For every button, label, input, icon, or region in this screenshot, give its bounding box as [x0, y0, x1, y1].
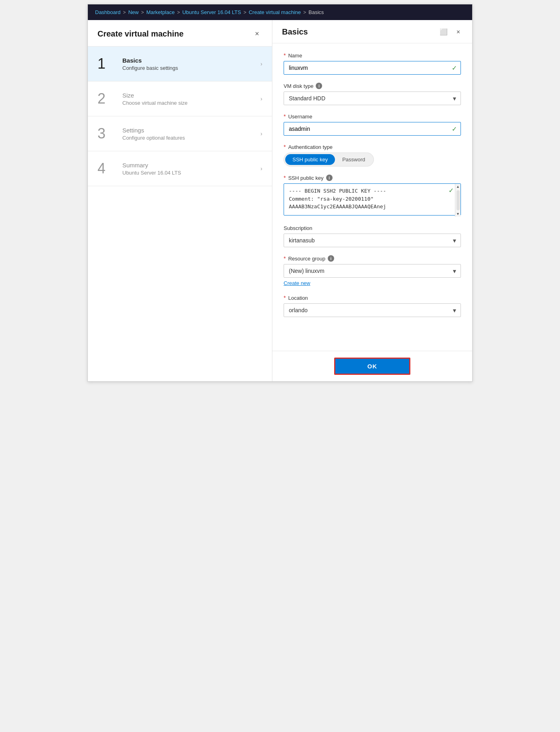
- step-content-2: Size Choose virtual machine size: [118, 92, 260, 106]
- username-required-star: *: [284, 113, 286, 120]
- step-item-size[interactable]: 2 Size Choose virtual machine size ›: [88, 81, 272, 116]
- breadcrumb-new[interactable]: New: [128, 9, 139, 15]
- username-label: * Username: [284, 113, 461, 120]
- maximize-button[interactable]: ⬜: [437, 26, 450, 37]
- ssh-key-info-icon: i: [326, 175, 333, 181]
- resource-group-form-group: * Resource group i (New) linuxvm ▾ Creat…: [284, 255, 461, 287]
- step-chevron-2: ›: [260, 96, 262, 102]
- subscription-select[interactable]: kirtanasub: [284, 234, 461, 247]
- step-desc-1: Configure basic settings: [122, 65, 260, 71]
- steps-list: 1 Basics Configure basic settings › 2 Si…: [88, 47, 272, 381]
- right-panel-close-button[interactable]: ×: [454, 27, 463, 37]
- vm-disk-type-select-wrapper: Standard HDD Premium SSD Standard SSD ▾: [284, 92, 461, 105]
- vm-disk-type-select[interactable]: Standard HDD Premium SSD Standard SSD: [284, 92, 461, 105]
- name-input[interactable]: [284, 61, 461, 75]
- location-label: * Location: [284, 295, 461, 301]
- step-item-settings[interactable]: 3 Settings Configure optional features ›: [88, 116, 272, 151]
- create-new-link[interactable]: Create new: [284, 280, 310, 286]
- left-panel-header: Create virtual machine ×: [88, 20, 272, 47]
- step-number-1: 1: [97, 55, 118, 72]
- ok-button[interactable]: OK: [334, 358, 411, 375]
- location-select-wrapper: orlando ▾: [284, 303, 461, 317]
- breadcrumb-marketplace[interactable]: Marketplace: [146, 9, 175, 15]
- breadcrumb-sep-3: >: [177, 10, 180, 15]
- step-content-4: Summary Ubuntu Server 16.04 LTS: [118, 162, 260, 176]
- breadcrumb: Dashboard > New > Marketplace > Ubuntu S…: [88, 4, 472, 20]
- subscription-form-group: Subscription kirtanasub ▾: [284, 225, 461, 247]
- right-panel: Basics ⬜ × * Name ✓: [272, 20, 472, 381]
- vm-disk-type-form-group: VM disk type i Standard HDD Premium SSD …: [284, 83, 461, 105]
- breadcrumb-sep-2: >: [141, 10, 144, 15]
- username-label-text: Username: [288, 114, 312, 120]
- location-form-group: * Location orlando ▾: [284, 295, 461, 317]
- step-number-2: 2: [97, 90, 118, 107]
- breadcrumb-sep-1: >: [123, 10, 126, 15]
- resource-group-select[interactable]: (New) linuxvm: [284, 264, 461, 278]
- ssh-scroll-track: [457, 190, 460, 210]
- step-title-2: Size: [122, 92, 260, 99]
- username-form-group: * Username ✓: [284, 113, 461, 136]
- breadcrumb-ubuntu[interactable]: Ubuntu Server 16.04 LTS: [182, 9, 241, 15]
- subscription-label-text: Subscription: [284, 225, 312, 231]
- auth-type-toggle: SSH public key Password: [284, 152, 374, 167]
- username-input[interactable]: [284, 122, 461, 136]
- location-label-text: Location: [288, 295, 308, 301]
- step-chevron-1: ›: [260, 61, 262, 67]
- location-select[interactable]: orlando: [284, 303, 461, 317]
- resource-group-select-wrapper: (New) linuxvm ▾: [284, 264, 461, 278]
- auth-type-label-text: Authentication type: [288, 144, 333, 150]
- step-desc-2: Choose virtual machine size: [122, 100, 260, 106]
- resource-group-label-text: Resource group: [288, 256, 325, 262]
- step-item-summary[interactable]: 4 Summary Ubuntu Server 16.04 LTS ›: [88, 151, 272, 186]
- subscription-select-wrapper: kirtanasub ▾: [284, 234, 461, 247]
- username-input-wrapper: ✓: [284, 122, 461, 136]
- name-form-group: * Name ✓: [284, 52, 461, 75]
- step-desc-4: Ubuntu Server 16.04 LTS: [122, 170, 260, 176]
- subscription-label: Subscription: [284, 225, 461, 231]
- step-number-4: 4: [97, 160, 118, 177]
- step-title-3: Settings: [122, 127, 260, 134]
- vm-disk-type-label-text: VM disk type: [284, 83, 313, 89]
- breadcrumb-sep-4: >: [243, 10, 246, 15]
- resource-group-required-star: *: [284, 255, 286, 262]
- right-panel-header: Basics ⬜ ×: [272, 20, 472, 43]
- ssh-scrollbar: ▲ ▼: [455, 184, 461, 217]
- ssh-key-label: * SSH public key i: [284, 175, 461, 181]
- resource-group-label: * Resource group i: [284, 255, 461, 262]
- left-panel-close-button[interactable]: ×: [252, 28, 262, 40]
- name-label-text: Name: [288, 53, 302, 59]
- breadcrumb-basics: Basics: [308, 9, 324, 15]
- breadcrumb-create-vm[interactable]: Create virtual machine: [249, 9, 301, 15]
- step-chevron-4: ›: [260, 165, 262, 172]
- auth-option-password[interactable]: Password: [335, 154, 372, 165]
- right-panel-title: Basics: [282, 27, 308, 37]
- step-chevron-3: ›: [260, 130, 262, 137]
- step-desc-3: Configure optional features: [122, 135, 260, 141]
- resource-group-info-icon: i: [328, 255, 334, 262]
- step-title-1: Basics: [122, 57, 260, 64]
- ssh-key-input-wrapper: ---- BEGIN SSH2 PUBLIC KEY ---- Comment:…: [284, 183, 461, 217]
- ssh-key-label-text: SSH public key: [288, 175, 323, 181]
- ssh-key-textarea[interactable]: ---- BEGIN SSH2 PUBLIC KEY ---- Comment:…: [284, 183, 461, 216]
- auth-option-ssh[interactable]: SSH public key: [285, 154, 335, 165]
- ssh-key-required-star: *: [284, 175, 286, 181]
- step-item-basics[interactable]: 1 Basics Configure basic settings ›: [88, 47, 272, 81]
- ssh-scroll-down-icon[interactable]: ▼: [456, 211, 461, 217]
- right-panel-footer: OK: [272, 351, 472, 381]
- step-number-3: 3: [97, 125, 118, 142]
- main-window: Dashboard > New > Marketplace > Ubuntu S…: [87, 4, 473, 382]
- name-input-wrapper: ✓: [284, 61, 461, 75]
- name-label: * Name: [284, 52, 461, 59]
- auth-type-required-star: *: [284, 144, 286, 150]
- name-required-star: *: [284, 52, 286, 59]
- vm-disk-type-info-icon: i: [316, 83, 322, 89]
- location-required-star: *: [284, 295, 286, 301]
- auth-type-form-group: * Authentication type SSH public key Pas…: [284, 144, 461, 167]
- vm-disk-type-label: VM disk type i: [284, 83, 461, 89]
- ssh-key-check-icon: ✓: [448, 187, 454, 194]
- right-header-actions: ⬜ ×: [437, 26, 463, 37]
- breadcrumb-dashboard[interactable]: Dashboard: [95, 9, 121, 15]
- ssh-scroll-up-icon[interactable]: ▲: [456, 184, 461, 189]
- form-area: * Name ✓ VM disk type i: [272, 43, 472, 351]
- ssh-key-form-group: * SSH public key i ---- BEGIN SSH2 PUBLI…: [284, 175, 461, 217]
